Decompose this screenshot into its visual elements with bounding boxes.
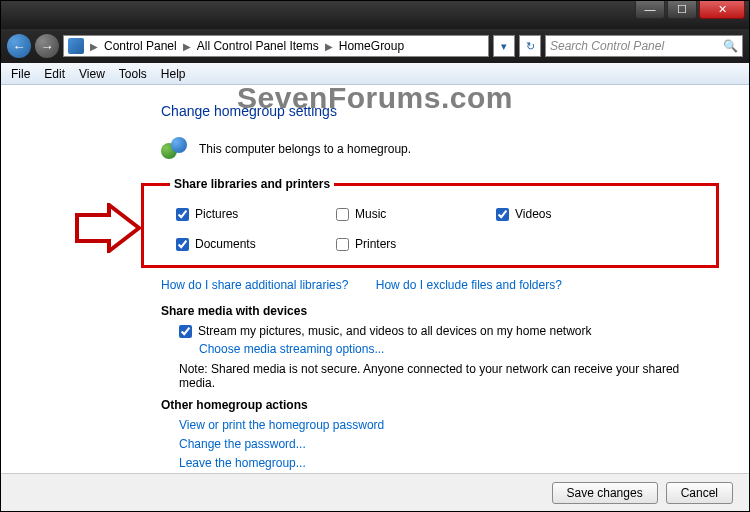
checkbox-pictures-input[interactable] <box>176 208 189 221</box>
checkbox-printers-label: Printers <box>355 237 396 251</box>
checkbox-documents[interactable]: Documents <box>176 237 336 251</box>
share-libraries-group: Share libraries and printers Pictures Mu… <box>141 177 719 268</box>
breadcrumb-item[interactable]: Control Panel <box>104 39 177 53</box>
svg-marker-0 <box>77 205 139 251</box>
forward-button[interactable]: → <box>35 34 59 58</box>
back-button[interactable]: ← <box>7 34 31 58</box>
minimize-button[interactable]: — <box>635 1 665 19</box>
search-icon: 🔍 <box>723 39 738 53</box>
link-exclude-files[interactable]: How do I exclude files and folders? <box>376 278 562 292</box>
checkbox-pictures-label: Pictures <box>195 207 238 221</box>
checkbox-stream-label: Stream my pictures, music, and videos to… <box>198 324 592 338</box>
chevron-right-icon: ▶ <box>321 41 337 52</box>
refresh-button[interactable]: ↻ <box>519 35 541 57</box>
menu-edit[interactable]: Edit <box>44 67 65 81</box>
belongs-text: This computer belongs to a homegroup. <box>199 142 411 156</box>
navigation-bar: ← → ▶ Control Panel ▶ All Control Panel … <box>1 29 749 63</box>
menu-help[interactable]: Help <box>161 67 186 81</box>
checkbox-stream-input[interactable] <box>179 325 192 338</box>
share-libraries-legend: Share libraries and printers <box>170 177 334 191</box>
dialog-footer: Save changes Cancel <box>1 473 749 511</box>
homegroup-icon <box>161 135 189 163</box>
link-view-password[interactable]: View or print the homegroup password <box>179 418 709 432</box>
checkbox-music[interactable]: Music <box>336 207 496 221</box>
callout-arrow-icon <box>73 203 143 253</box>
checkbox-music-input[interactable] <box>336 208 349 221</box>
breadcrumb[interactable]: ▶ Control Panel ▶ All Control Panel Item… <box>63 35 489 57</box>
control-panel-icon <box>68 38 84 54</box>
checkbox-stream[interactable]: Stream my pictures, music, and videos to… <box>179 324 709 338</box>
other-actions-heading: Other homegroup actions <box>161 398 709 412</box>
checkbox-documents-input[interactable] <box>176 238 189 251</box>
chevron-right-icon: ▶ <box>86 41 102 52</box>
chevron-right-icon: ▶ <box>179 41 195 52</box>
save-changes-button[interactable]: Save changes <box>552 482 658 504</box>
cancel-button[interactable]: Cancel <box>666 482 733 504</box>
close-button[interactable]: ✕ <box>699 1 745 19</box>
menubar: File Edit View Tools Help <box>1 63 749 85</box>
link-media-options[interactable]: Choose media streaming options... <box>199 342 384 356</box>
checkbox-music-label: Music <box>355 207 386 221</box>
page-title: Change homegroup settings <box>161 103 709 119</box>
link-change-password[interactable]: Change the password... <box>179 437 709 451</box>
checkbox-printers[interactable]: Printers <box>336 237 496 251</box>
checkbox-videos-input[interactable] <box>496 208 509 221</box>
media-note: Note: Shared media is not secure. Anyone… <box>179 362 709 390</box>
breadcrumb-item[interactable]: HomeGroup <box>339 39 404 53</box>
checkbox-videos[interactable]: Videos <box>496 207 616 221</box>
checkbox-videos-label: Videos <box>515 207 551 221</box>
menu-tools[interactable]: Tools <box>119 67 147 81</box>
checkbox-pictures[interactable]: Pictures <box>176 207 336 221</box>
search-input[interactable]: Search Control Panel 🔍 <box>545 35 743 57</box>
link-share-additional[interactable]: How do I share additional libraries? <box>161 278 348 292</box>
breadcrumb-item[interactable]: All Control Panel Items <box>197 39 319 53</box>
menu-file[interactable]: File <box>11 67 30 81</box>
checkbox-printers-input[interactable] <box>336 238 349 251</box>
search-placeholder: Search Control Panel <box>550 39 664 53</box>
menu-view[interactable]: View <box>79 67 105 81</box>
link-leave-homegroup[interactable]: Leave the homegroup... <box>179 456 709 470</box>
checkbox-documents-label: Documents <box>195 237 256 251</box>
breadcrumb-dropdown[interactable]: ▾ <box>493 35 515 57</box>
share-media-heading: Share media with devices <box>161 304 709 318</box>
window-titlebar: — ☐ ✕ <box>1 1 749 29</box>
maximize-button[interactable]: ☐ <box>667 1 697 19</box>
